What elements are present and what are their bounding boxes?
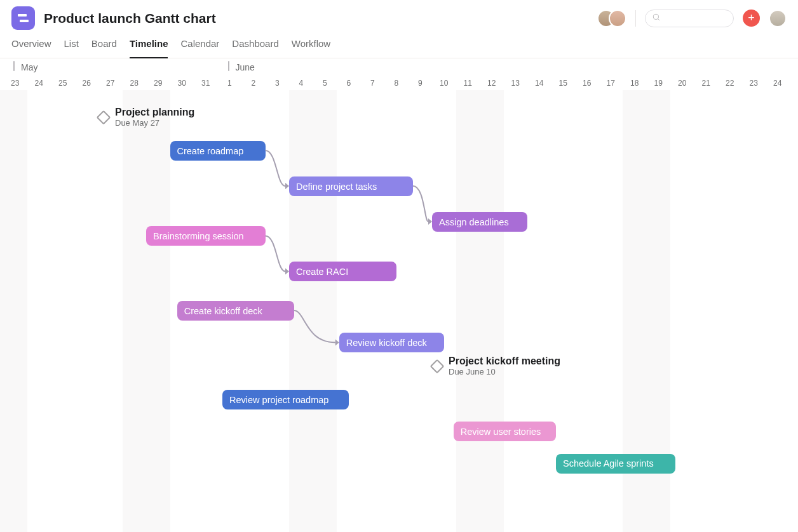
month-label: May	[21, 62, 37, 72]
day-label: 11	[456, 79, 480, 88]
day-label: 7	[361, 79, 385, 88]
milestone-subtitle: Due June 10	[449, 367, 560, 376]
member-avatars[interactable]	[597, 10, 626, 27]
tab-timeline[interactable]: Timeline	[130, 38, 168, 58]
project-icon	[11, 6, 35, 30]
day-label: 1	[218, 79, 242, 88]
day-label: 23	[3, 79, 27, 88]
task-revkick[interactable]: Review kickoff deck	[339, 333, 444, 352]
day-label: 4	[289, 79, 313, 88]
day-label: 30	[170, 79, 194, 88]
day-label: 9	[409, 79, 433, 88]
milestone[interactable]: Project planningDue May 27	[98, 107, 194, 128]
plus-icon: +	[748, 11, 755, 25]
task-assign[interactable]: Assign deadlines	[432, 212, 527, 232]
nav-tabs: OverviewListBoardTimelineCalendarDashboa…	[0, 29, 798, 58]
tab-board[interactable]: Board	[91, 38, 117, 58]
milestone-icon	[430, 359, 445, 373]
day-label: 23	[742, 79, 766, 88]
day-label: 18	[623, 79, 647, 88]
search-icon	[652, 13, 661, 24]
day-label: 31	[194, 79, 218, 88]
milestone-title: Project planning	[115, 107, 194, 118]
day-label: 24	[766, 79, 790, 88]
task-raci[interactable]: Create RACI	[289, 262, 396, 281]
day-label: 6	[337, 79, 361, 88]
task-roadmap[interactable]: Create roadmap	[170, 141, 266, 161]
page-title: Product launch Gantt chart	[44, 11, 216, 26]
day-label: 14	[527, 79, 551, 88]
milestone-title: Project kickoff meeting	[449, 356, 560, 367]
add-button[interactable]: +	[743, 10, 760, 27]
day-label: 15	[551, 79, 576, 88]
task-stories[interactable]: Review user stories	[454, 422, 556, 441]
milestone-subtitle: Due May 27	[115, 118, 194, 128]
day-label: 22	[718, 79, 742, 88]
avatar[interactable]	[609, 10, 626, 27]
day-label: 3	[266, 79, 290, 88]
day-label: 17	[599, 79, 623, 88]
search-input[interactable]	[645, 10, 734, 27]
tab-dashboard[interactable]: Dashboard	[232, 38, 278, 58]
svg-line-1	[658, 18, 659, 20]
month-label: June	[236, 62, 255, 72]
task-brainstorm[interactable]: Brainstorming session	[146, 226, 266, 246]
day-label: 28	[123, 79, 147, 88]
day-label: 25	[51, 79, 75, 88]
header-right: +	[597, 10, 787, 27]
svg-point-0	[653, 14, 658, 19]
timeline: MayJune 23242526272829303112345678910111…	[0, 58, 798, 532]
task-kdeck[interactable]: Create kickoff deck	[177, 301, 294, 321]
header: Product launch Gantt chart +	[0, 0, 798, 29]
separator	[635, 10, 636, 27]
tab-calendar[interactable]: Calendar	[180, 38, 219, 58]
user-avatar[interactable]	[769, 10, 787, 27]
day-label: 27	[98, 79, 123, 88]
month-row: MayJune	[0, 58, 798, 74]
task-define[interactable]: Define project tasks	[289, 176, 413, 196]
day-label: 29	[146, 79, 170, 88]
day-label: 8	[384, 79, 409, 88]
day-label: 20	[670, 79, 694, 88]
milestone-icon	[97, 110, 111, 124]
day-label: 24	[27, 79, 51, 88]
tab-workflow[interactable]: Workflow	[292, 38, 330, 58]
day-label: 16	[575, 79, 599, 88]
day-label: 10	[432, 79, 456, 88]
day-label: 2	[241, 79, 266, 88]
day-label: 13	[504, 79, 528, 88]
tab-overview[interactable]: Overview	[11, 38, 51, 58]
task-revroad[interactable]: Review project roadmap	[222, 390, 349, 409]
day-label: 26	[75, 79, 99, 88]
chart-area[interactable]: Create roadmapDefine project tasksAssign…	[0, 90, 798, 532]
day-label: 12	[480, 79, 504, 88]
day-label: 21	[694, 79, 719, 88]
task-sprints[interactable]: Schedule Agile sprints	[556, 454, 675, 474]
day-label: 19	[647, 79, 671, 88]
tab-list[interactable]: List	[64, 38, 79, 58]
milestone[interactable]: Project kickoff meetingDue June 10	[432, 356, 560, 376]
day-label: 5	[313, 79, 337, 88]
day-row: 2324252627282930311234567891011121314151…	[0, 74, 798, 90]
